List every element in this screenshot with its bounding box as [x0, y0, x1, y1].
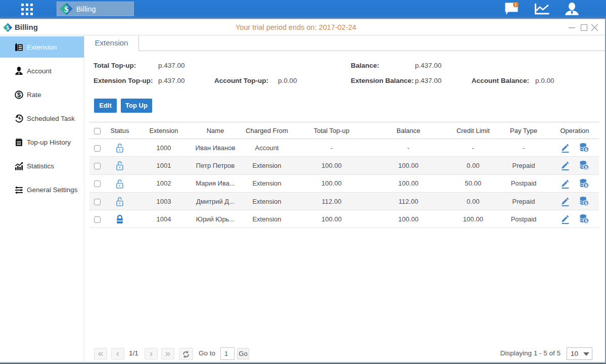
- svg-text:$: $: [7, 24, 10, 31]
- svg-text:$: $: [584, 147, 587, 152]
- svg-text:$: $: [584, 165, 587, 170]
- svg-text:$: $: [584, 183, 587, 188]
- svg-text:$: $: [584, 218, 587, 224]
- svg-text:$: $: [17, 91, 21, 99]
- svg-text:!: !: [515, 2, 517, 7]
- svg-text:$: $: [64, 5, 69, 14]
- svg-text:$: $: [584, 200, 587, 206]
